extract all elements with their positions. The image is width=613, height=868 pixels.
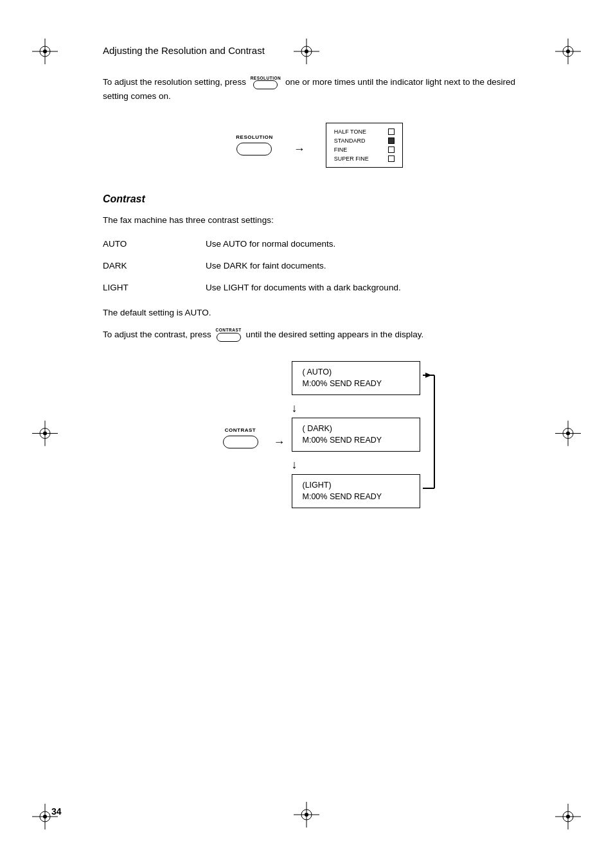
- down-arrow-2: ↓: [292, 458, 298, 472]
- contrast-button-inline-shape: [217, 333, 241, 342]
- resolution-diagram-button: [236, 143, 272, 155]
- display-light-line2: M:00% SEND READY: [303, 492, 409, 503]
- contrast-term-light: LIGHT: [103, 281, 206, 294]
- display-box-dark: ( DARK) M:00% SEND READY: [292, 418, 420, 452]
- contrast-diagram: CONTRAST → ( AUTO) M:00% SEND READY ↓: [223, 361, 442, 515]
- contrast-row-dark: DARK Use DARK for faint documents.: [103, 260, 536, 272]
- contrast-desc-light: Use LIGHT for documents with a dark back…: [206, 281, 536, 294]
- resolution-button-inline: RESOLUTION: [251, 76, 281, 90]
- contrast-term-dark: DARK: [103, 260, 206, 272]
- contrast-intro: The fax machine has three contrast setti…: [103, 215, 536, 225]
- resolution-diagram: RESOLUTION → HALF TONE STANDARD FINE: [103, 123, 536, 168]
- indicator-label-superfine: SUPER FINE: [334, 155, 369, 162]
- resolution-intro: To adjust the resolution setting, press …: [103, 75, 536, 103]
- resolution-indicator-panel: HALF TONE STANDARD FINE SUPER FINE: [326, 123, 403, 168]
- display-auto-line1: ( AUTO): [303, 367, 409, 378]
- resolution-button-label: RESOLUTION: [251, 76, 281, 81]
- indicator-row-fine: FINE: [334, 146, 395, 153]
- indicator-label-halftone: HALF TONE: [334, 128, 366, 135]
- contrast-table: AUTO Use AUTO for normal documents. DARK…: [103, 238, 536, 295]
- contrast-button-inline-label: CONTRAST: [216, 328, 242, 333]
- adjust-intro: To adjust the contrast, press: [103, 330, 211, 339]
- indicator-row-halftone: HALF TONE: [334, 128, 395, 135]
- indicator-box-standard: [388, 137, 395, 144]
- indicator-row-standard: STANDARD: [334, 137, 395, 144]
- page-title: Adjusting the Resolution and Contrast: [103, 45, 536, 56]
- contrast-button-block: CONTRAST: [223, 427, 258, 448]
- indicator-box-fine: [388, 146, 395, 153]
- adjust-end: until the desired setting appears in the…: [245, 330, 423, 339]
- contrast-heading: Contrast: [103, 193, 536, 205]
- display-auto-line2: M:00% SEND READY: [303, 378, 409, 390]
- display-dark-line1: ( DARK): [303, 423, 409, 435]
- contrast-diagram-button: [223, 436, 258, 448]
- contrast-diagram-label: CONTRAST: [225, 427, 256, 433]
- indicator-row-superfine: SUPER FINE: [334, 155, 395, 162]
- contrast-term-auto: AUTO: [103, 238, 206, 251]
- display-box-auto: ( AUTO) M:00% SEND READY: [292, 361, 420, 395]
- indicator-box-halftone: [388, 128, 395, 135]
- page: Adjusting the Resolution and Contrast To…: [0, 0, 613, 868]
- contrast-diagram-wrapper: CONTRAST → ( AUTO) M:00% SEND READY ↓: [129, 361, 536, 515]
- indicator-label-fine: FINE: [334, 146, 348, 153]
- resolution-button-shape: [253, 80, 278, 89]
- indicator-label-standard: STANDARD: [334, 137, 366, 144]
- contrast-desc-dark: Use DARK for faint documents.: [206, 260, 536, 272]
- display-dark-line2: M:00% SEND READY: [303, 435, 409, 447]
- contrast-desc-auto: Use AUTO for normal documents.: [206, 238, 536, 251]
- contrast-row-auto: AUTO Use AUTO for normal documents.: [103, 238, 536, 251]
- default-text: The default setting is AUTO.: [103, 308, 536, 317]
- resolution-intro-text: To adjust the resolution setting, press: [103, 77, 246, 87]
- cycle-bracket: [423, 361, 442, 515]
- display-panels-column: ( AUTO) M:00% SEND READY ↓ ( DARK) M:00%…: [292, 361, 420, 515]
- contrast-row-light: LIGHT Use LIGHT for documents with a dar…: [103, 281, 536, 294]
- svg-marker-35: [425, 373, 432, 378]
- resolution-diagram-label: RESOLUTION: [236, 134, 272, 140]
- display-box-light: (LIGHT) M:00% SEND READY: [292, 474, 420, 508]
- contrast-diagram-arrow: →: [274, 436, 285, 449]
- page-number: 34: [51, 806, 62, 817]
- down-arrow-1: ↓: [292, 402, 298, 415]
- display-cycle-container: ( AUTO) M:00% SEND READY ↓ ( DARK) M:00%…: [292, 361, 442, 515]
- adjust-text: To adjust the contrast, press CONTRAST u…: [103, 328, 536, 342]
- contrast-button-inline: CONTRAST: [216, 328, 242, 342]
- display-light-line1: (LIGHT): [303, 480, 409, 492]
- indicator-box-superfine: [388, 155, 395, 162]
- resolution-arrow: →: [294, 143, 305, 156]
- resolution-button-block: RESOLUTION: [236, 134, 272, 155]
